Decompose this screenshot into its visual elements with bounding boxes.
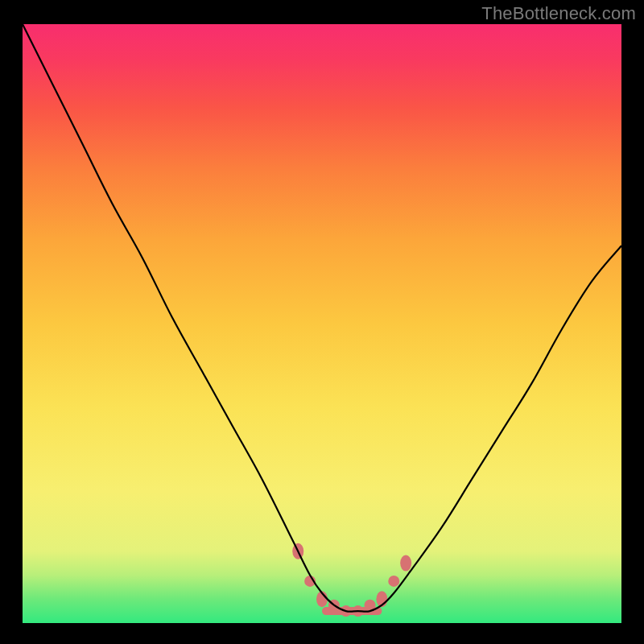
chart-outer-frame: TheBottleneck.com (0, 0, 644, 644)
attribution-text: TheBottleneck.com (481, 3, 636, 24)
plot-area (23, 24, 621, 623)
gradient-background (23, 24, 621, 623)
